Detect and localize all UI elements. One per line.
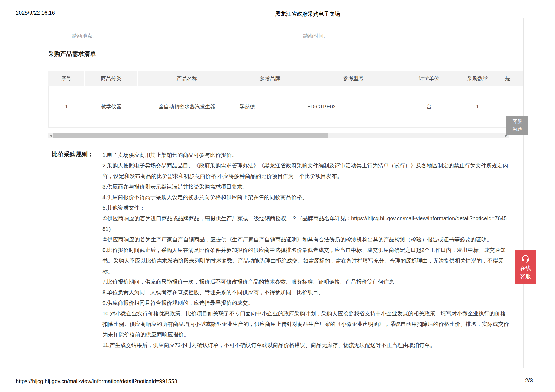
rule-item: 5.其他资质文件： (102, 203, 509, 213)
survey-time-label: 踏勘时间: (303, 33, 325, 40)
rule-item: 8.单位负责人为同一人或者存在直接控股、管理关系的不同供应商，不得参加同一比价项… (102, 287, 509, 298)
table-header-row: 序号 商品分类 产品名称 参考品牌 参考型号 计量单位 采购数量 是 (48, 71, 523, 86)
rules-section-label: 比价采购规则： (52, 150, 93, 158)
page-title: 采购产品需求清单 (48, 50, 96, 58)
print-footer-url: https://hljcg.hlj.gov.cn/mall-view/infor… (16, 378, 177, 384)
table-cell: 孚然德 (236, 86, 304, 128)
table-cell: 1 (48, 86, 85, 128)
table-cell: 全自动精密水蒸汽发生器 (138, 86, 236, 128)
rule-item: ①供应商响应的若为进口商品或品牌商品，需提供生产厂家或一级经销商授权。？（品牌商… (102, 213, 509, 234)
print-datetime: 2025/9/22 16:16 (16, 10, 55, 16)
table-cell: 教学仪器 (85, 86, 138, 128)
rule-item: 7.比价报价期间，供应商只能报价一次，报价后不可修改报价产品的技术参数、服务标准… (102, 277, 509, 287)
table-header-cell: 计量单位 (403, 71, 455, 86)
rule-item: 4.供应商报价不得高于采购人设定的初步意向价格和供应商上架在售的同款商品价格。 (102, 192, 509, 203)
headset-icon (521, 254, 530, 263)
table-header-cell: 序号 (48, 71, 85, 86)
rule-item: 9.供应商报价相同且符合报价规则的，应选择最早报价的成交。 (102, 298, 509, 308)
rule-item: 11.产生成交结果后，供应商应72小时内确认订单，不可不确认订单或以商品价格错误… (102, 340, 509, 351)
print-title: 黑龙江省政府采购电子卖场 (275, 10, 340, 18)
table-cell: 台 (403, 86, 455, 128)
table-header-cell: 产品名称 (138, 71, 236, 86)
table-header-cell: 是 (500, 71, 523, 86)
table-row: 1 教学仪器 全自动精密水蒸汽发生器 孚然德 FD-GTPE02 台 1 (48, 86, 523, 128)
table-cell: FD-GTPE02 (304, 86, 403, 128)
rule-item: 6.比价报价时间截止后，采购人应在满足比价条件并参加报价的供应商中选择排名价最低… (102, 245, 509, 277)
chat-service-button[interactable]: 客服 沟通 (506, 116, 528, 135)
scrollbar-thumb[interactable] (53, 133, 328, 138)
rule-item: 3.供应商参与报价则表示默认满足并接受采购需求项目要求。 (102, 182, 509, 192)
scrollbar-left-arrow-icon[interactable]: ◀ (50, 134, 52, 137)
online-service-label: 在线 客服 (520, 264, 531, 280)
rule-item: ②供应商响应的若为生产厂家自产自销商品，应提供《生产厂家自产自销商品证明》和具有… (102, 234, 509, 245)
table-cell: 1 (455, 86, 500, 128)
table-header-cell: 商品分类 (85, 71, 138, 86)
table-header-cell: 参考型号 (304, 71, 403, 86)
table-header-cell: 采购数量 (455, 71, 500, 86)
product-table: 序号 商品分类 产品名称 参考品牌 参考型号 计量单位 采购数量 是 1 教学仪… (48, 71, 523, 128)
rule-item: 1.电子卖场供应商用其上架销售的商品可参与比价报价。 (102, 150, 509, 160)
table-horizontal-scrollbar[interactable]: ◀ ▶ (48, 133, 509, 138)
table-header-cell: 参考品牌 (236, 71, 304, 86)
rule-item: 2.采购人按照电子卖场交易商品品目、《政府采购需求管理办法》《黑龙江省政府采购文… (102, 160, 509, 182)
rules-text: 1.电子卖场供应商用其上架销售的商品可参与比价报价。 2.采购人按照电子卖场交易… (102, 150, 509, 351)
survey-location-label: 踏勘地点: (72, 33, 94, 40)
online-service-button[interactable]: 在线 客服 (515, 250, 536, 284)
print-page-number: 2/3 (525, 377, 533, 384)
rule-item: 10.对小微企业实行价格优惠政策。比价项目如关联了不专门面向中小企业的政府采购计… (102, 308, 509, 340)
